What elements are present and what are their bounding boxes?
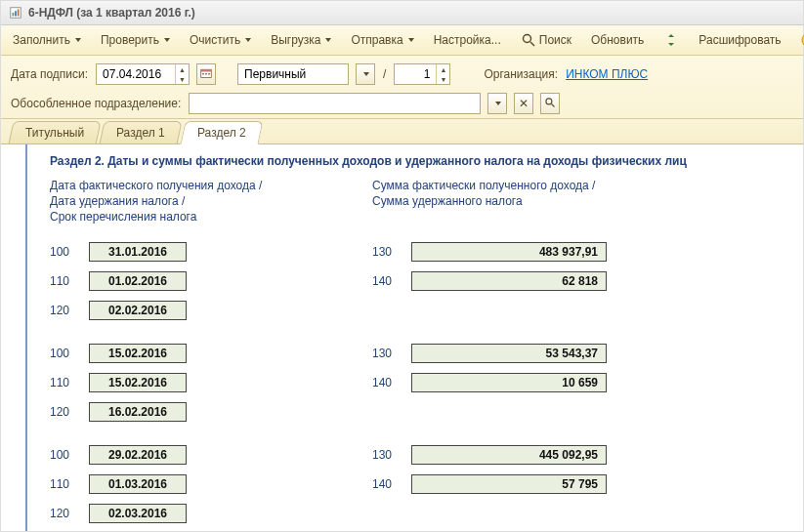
tabs: Титульный Раздел 1 Раздел 2 xyxy=(1,119,803,144)
org-label: Организация: xyxy=(484,67,558,81)
subdivision-clear[interactable]: ✕ xyxy=(514,93,533,114)
chevron-down-icon xyxy=(325,38,331,42)
code-label: 130 xyxy=(372,448,402,462)
svg-rect-2 xyxy=(15,11,17,16)
fill-button[interactable]: Заполнить xyxy=(7,30,87,50)
title-bar: 6-НДФЛ (за 1 квартал 2016 г.) xyxy=(1,1,803,25)
code-label: 110 xyxy=(50,274,79,288)
sum-130-field[interactable]: 483 937,91 xyxy=(411,242,607,262)
date-120-field[interactable]: 02.02.2016 xyxy=(89,301,187,320)
code-label: 100 xyxy=(50,448,79,462)
date-120-field[interactable]: 16.02.2016 xyxy=(89,402,187,422)
clear-button[interactable]: Очистить xyxy=(184,30,257,50)
calendar-icon xyxy=(200,67,212,82)
code-label: 140 xyxy=(372,274,402,288)
right-column-header: Сумма фактически полученного дохода / Су… xyxy=(372,178,607,225)
sum-130-field[interactable]: 445 092,95 xyxy=(411,445,607,465)
content-area: Раздел 2. Даты и суммы фактически получе… xyxy=(1,144,803,531)
expand-icon xyxy=(663,32,679,48)
sum-140-field[interactable]: 10 659 xyxy=(411,373,607,392)
svg-rect-9 xyxy=(201,69,212,71)
check-button[interactable]: Проверить xyxy=(95,30,176,50)
code-label: 100 xyxy=(50,245,79,259)
code-label: 100 xyxy=(50,347,79,360)
subdivision-dropdown[interactable] xyxy=(487,93,507,114)
svg-point-4 xyxy=(523,35,530,43)
tab-section-2[interactable]: Раздел 2 xyxy=(180,121,263,144)
correction-spin[interactable]: ▲▼ xyxy=(436,64,449,84)
toolbar: Заполнить Проверить Очистить Выгрузка От… xyxy=(1,25,803,56)
chevron-down-icon xyxy=(495,102,501,105)
expand-collapse-button[interactable] xyxy=(657,29,685,51)
left-column-header: Дата фактического получения дохода / Дат… xyxy=(50,178,372,225)
section-title: Раздел 2. Даты и суммы фактически получе… xyxy=(50,154,793,168)
doc-type-dropdown[interactable] xyxy=(356,63,375,85)
date-100-field[interactable]: 29.02.2016 xyxy=(89,445,187,465)
report-icon xyxy=(9,6,22,20)
window-title: 6-НДФЛ (за 1 квартал 2016 г.) xyxy=(28,6,195,20)
date-110-field[interactable]: 15.02.2016 xyxy=(89,373,187,392)
margin-line xyxy=(25,144,27,531)
code-label: 140 xyxy=(372,376,402,389)
svg-rect-3 xyxy=(18,10,20,17)
svg-line-5 xyxy=(530,42,534,46)
chevron-down-icon xyxy=(164,38,170,42)
sum-140-field[interactable]: 62 818 xyxy=(411,271,607,291)
date-spin[interactable]: ▲▼ xyxy=(175,64,189,84)
date-110-field[interactable]: 01.02.2016 xyxy=(89,271,187,291)
search-icon xyxy=(521,32,536,48)
subdivision-label: Обособленное подразделение: xyxy=(11,97,181,110)
svg-line-14 xyxy=(552,103,555,106)
help-icon: ? xyxy=(801,32,804,48)
svg-rect-10 xyxy=(202,73,204,75)
date-120-field[interactable]: 02.03.2016 xyxy=(89,504,187,523)
app-window: 6-НДФЛ (за 1 квартал 2016 г.) Заполнить … xyxy=(0,0,804,532)
svg-rect-11 xyxy=(205,73,207,75)
tab-section-1[interactable]: Раздел 1 xyxy=(100,121,183,144)
decode-button[interactable]: Расшифровать xyxy=(693,30,786,50)
sum-140-field[interactable]: 57 795 xyxy=(411,474,607,494)
sum-130-field[interactable]: 53 543,37 xyxy=(411,344,607,363)
code-label: 130 xyxy=(372,347,402,360)
code-label: 120 xyxy=(50,405,79,419)
chevron-down-icon xyxy=(363,72,369,76)
sign-date-label: Дата подписи: xyxy=(11,67,88,81)
chevron-down-icon xyxy=(245,38,251,42)
form-area: Дата подписи: ▲▼ / ▲▼ Организация: ИНКОМ… xyxy=(1,56,803,119)
sign-date-field[interactable]: ▲▼ xyxy=(96,63,190,85)
close-icon: ✕ xyxy=(519,97,529,110)
date-100-field[interactable]: 15.02.2016 xyxy=(89,344,187,363)
org-link[interactable]: ИНКОМ ПЛЮС xyxy=(566,67,648,81)
slash-label: / xyxy=(383,67,386,81)
refresh-button[interactable]: Обновить xyxy=(585,30,650,50)
svg-rect-1 xyxy=(13,13,15,17)
chevron-down-icon xyxy=(75,38,81,42)
search-icon xyxy=(544,97,556,111)
subdivision-search[interactable] xyxy=(540,93,560,114)
svg-point-13 xyxy=(546,98,552,103)
code-label: 140 xyxy=(372,477,402,491)
svg-rect-12 xyxy=(208,73,210,75)
code-label: 130 xyxy=(372,245,402,259)
code-label: 110 xyxy=(50,477,79,491)
help-button[interactable]: ? xyxy=(795,29,804,51)
chevron-down-icon xyxy=(408,38,414,42)
calendar-button[interactable] xyxy=(196,63,216,85)
setup-button[interactable]: Настройка... xyxy=(428,30,507,50)
code-label: 110 xyxy=(50,376,79,389)
code-label: 120 xyxy=(50,304,79,317)
correction-number[interactable]: ▲▼ xyxy=(394,63,450,85)
tab-title-page[interactable]: Титульный xyxy=(8,121,101,144)
doc-type-select[interactable] xyxy=(237,63,349,85)
send-button[interactable]: Отправка xyxy=(345,30,419,50)
subdivision-field[interactable] xyxy=(189,93,481,114)
date-110-field[interactable]: 01.03.2016 xyxy=(89,474,187,494)
date-100-field[interactable]: 31.01.2016 xyxy=(89,242,187,262)
search-button[interactable]: Поиск xyxy=(515,29,577,51)
export-button[interactable]: Выгрузка xyxy=(265,30,337,50)
code-label: 120 xyxy=(50,507,79,520)
